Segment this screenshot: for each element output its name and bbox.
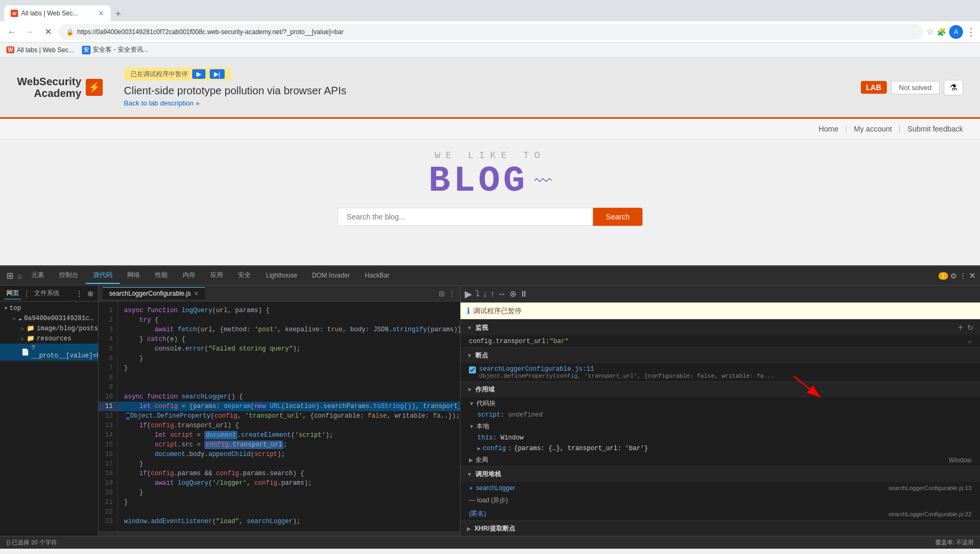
step-btn[interactable]: ▶| (210, 69, 225, 79)
watch-refresh-btn[interactable]: ↻ (967, 323, 974, 332)
forward-button[interactable]: → (22, 25, 37, 39)
scope-global-header[interactable]: ▶ 全局 Window (460, 454, 980, 466)
devtools-close-btn[interactable]: ✕ (969, 271, 976, 281)
editor-tab-close[interactable]: ✕ (194, 290, 199, 297)
bp-file: searchLoggerConfigurable.js:11 (479, 365, 775, 373)
tree-item-resources[interactable]: ▷ 📁 resources (0, 333, 98, 344)
callstack-item-3[interactable]: (匿名) searchLoggerConfigurable.js:22 (460, 507, 980, 520)
tab-network[interactable]: 网络 (120, 267, 147, 284)
tab-application[interactable]: 应用 (203, 267, 230, 284)
devtools: ⊞ ⌂ 元素 控制台 源代码 网络 性能 内存 应用 安全 Lighthouse… (0, 265, 980, 549)
editor-tab-file[interactable]: searchLoggerConfigurable.js ✕ (103, 287, 205, 299)
debug-step-out-btn[interactable]: ↑ (490, 289, 495, 299)
tab-lighthouse[interactable]: Lighthouse (258, 268, 304, 283)
menu-dots[interactable]: ⋮ (966, 26, 976, 38)
watch-add-btn[interactable]: + (958, 323, 963, 332)
scope-local-label: 本地 (476, 422, 489, 431)
search-input[interactable] (337, 208, 593, 226)
tab-hackbar[interactable]: HackBar (358, 268, 397, 283)
tree-item-proto[interactable]: 📄 ?__proto__[value]=bar (0, 344, 98, 361)
resume-btn[interactable]: ▶ (192, 69, 205, 79)
tab-dom-invader[interactable]: DOM Invader (304, 268, 357, 283)
debug-step-over-btn[interactable]: ⤵ (475, 289, 480, 299)
breakpoint-checkbox-1[interactable] (469, 366, 476, 373)
callstack-header[interactable]: ▼ 调用堆栈 (460, 467, 980, 482)
bp-detail: Object.defineProperty(config, 'transport… (479, 373, 775, 379)
tab-performance[interactable]: 性能 (147, 267, 175, 284)
scope-config-item[interactable]: ▶ config: {params: {…}, transport_url: '… (460, 443, 980, 454)
devtools-inspect-btn[interactable]: ⌂ (15, 270, 24, 282)
new-tab-btn[interactable]: + (111, 6, 126, 21)
xhr-header[interactable]: ▶ XHR/提取断点 (460, 521, 980, 536)
debug-deactivate-btn[interactable]: ⊗ (509, 289, 516, 299)
tab-sources[interactable]: 源代码 (86, 267, 120, 284)
editor-format-btn[interactable]: ⊞ (439, 289, 445, 298)
reload-button[interactable]: ✕ (40, 25, 55, 39)
code-line-7: } (118, 363, 460, 373)
editor-more-btn[interactable]: ⋮ (448, 289, 456, 298)
code-area[interactable]: 1 2 3 4 5 6 7 8 9 10 11 12 13 14 15 16 1 (98, 302, 460, 532)
bookmark-star[interactable]: ☆ (926, 27, 934, 37)
callstack-item-1[interactable]: ● searchLogger searchLoggerConfigurable.… (460, 482, 980, 494)
breadcrumb[interactable]: Back to lab description » (124, 99, 839, 107)
devtools-more-btn[interactable]: ⋮ (959, 272, 967, 280)
code-line-1: async function logQuery(url, params) { (118, 306, 460, 315)
tree-tab-webpage[interactable]: 网页 (4, 288, 21, 299)
devtools-dock-btn[interactable]: ⊞ (4, 268, 15, 283)
code-line-9 (118, 382, 460, 392)
debug-pause-on-exceptions[interactable]: ⏸ (520, 289, 528, 299)
devtools-settings-btn[interactable]: ⚙ (950, 272, 957, 280)
browser-tab[interactable]: W All labs | Web Sec... ✕ (4, 5, 111, 21)
nav-sep1: | (845, 124, 847, 133)
extensions-btn[interactable]: 🧩 (937, 28, 946, 36)
debug-step-into-btn[interactable]: ↓ (483, 289, 487, 299)
nav-home[interactable]: Home (819, 125, 838, 133)
tree-item-images[interactable]: ▷ 📁 image/blog/posts (0, 323, 98, 333)
watch-title: 监视 (475, 323, 488, 332)
tab-security[interactable]: 安全 (230, 267, 258, 284)
tab-memory[interactable]: 内存 (175, 267, 203, 284)
tree-tab-filesystem[interactable]: 文件系统 (32, 288, 62, 299)
debug-step-btn[interactable]: ↔ (498, 289, 506, 299)
code-line-5: console.error("Failed storing query"); (118, 344, 460, 354)
tab-elements[interactable]: 元素 (24, 267, 52, 284)
search-button[interactable]: Search (593, 208, 642, 226)
tab-close[interactable]: ✕ (98, 9, 104, 18)
callstack-title: 调用堆栈 (475, 470, 501, 479)
tree-label-proto: ?__proto__[value]=bar (31, 345, 98, 360)
scope-local-header[interactable]: ▼ 本地 (460, 420, 980, 433)
code-line-22 (118, 507, 460, 517)
bookmark-1[interactable]: W All labs | Web Sec... (6, 46, 73, 54)
bp-title: 断点 (475, 351, 488, 360)
watch-header[interactable]: ▼ 监视 + ↻ (460, 320, 980, 336)
tree-more-btn[interactable]: ⋮ (76, 289, 83, 298)
back-button[interactable]: ← (4, 25, 19, 39)
nav-submit-feedback[interactable]: Submit feedback (908, 125, 963, 133)
scope-codeblock-label: 代码块 (476, 399, 496, 408)
tree-settings-btn[interactable]: ⊕ (87, 289, 94, 298)
watch-remove-icon[interactable]: ✕ (968, 338, 971, 345)
profile-btn[interactable]: A (949, 25, 963, 39)
search-area: Search (0, 199, 980, 234)
editor-scrollbar[interactable] (98, 532, 460, 536)
browser-chrome: W All labs | Web Sec... ✕ + ← → ✕ 🔒 http… (0, 0, 980, 58)
tree-item-top[interactable]: ▼ top (0, 304, 98, 313)
debug-resume-btn[interactable]: ▶ (465, 288, 472, 300)
paused-msg: 调试程序已暂停 (473, 306, 522, 316)
tree-label-images: image/blog/posts (37, 325, 98, 332)
scope-codeblock-header[interactable]: ▼ 代码块 (460, 397, 980, 410)
bookmark-2[interactable]: 安 安全客 - 安全资讯... (82, 45, 149, 54)
breakpoints-header[interactable]: ▼ 断点 (460, 348, 980, 363)
scope-header[interactable]: ▼ 作用域 (460, 382, 980, 397)
code-line-13: if(config.transport_url) { (118, 421, 460, 430)
code-line-21: } (118, 498, 460, 507)
code-line-8 (118, 373, 460, 382)
tree-item-domain[interactable]: ▷ ☁ 0a9400e003149281c0f72 (0, 313, 98, 323)
code-line-3: await fetch(url, {method: 'post', keepal… (118, 325, 460, 335)
address-bar[interactable]: 🔒 https://0a9400e003149281c0f72cab001f00… (59, 24, 923, 40)
scope-global-arrow: ▶ (469, 457, 473, 463)
flask-btn[interactable]: ⚗ (944, 80, 963, 95)
nav-my-account[interactable]: My account (854, 125, 892, 133)
tab-console[interactable]: 控制台 (52, 267, 86, 284)
xhr-section: ▶ XHR/提取断点 (460, 521, 980, 536)
